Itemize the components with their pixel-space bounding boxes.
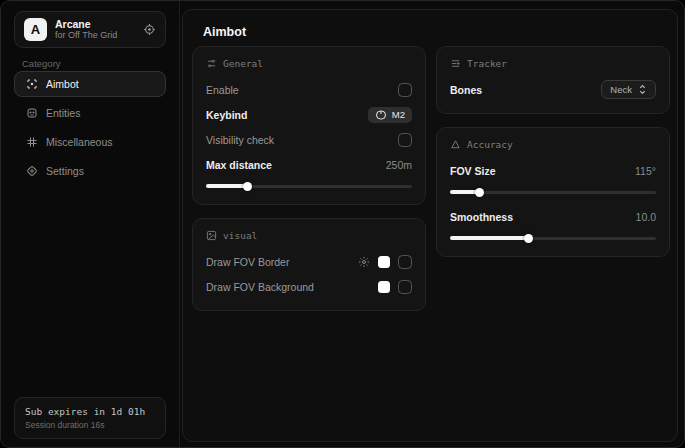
smoothness-value: 10.0 <box>636 211 656 223</box>
bones-select[interactable]: Neck <box>601 80 656 99</box>
max-distance-slider[interactable] <box>206 181 412 191</box>
entities-icon <box>25 107 38 119</box>
sidebar-item-label: Entities <box>46 107 80 119</box>
panel-tracker: Tracker Bones Neck <box>436 46 670 114</box>
fov-size-value: 115° <box>635 165 656 177</box>
panel-accuracy: Accuracy FOV Size 115° Smoothness 10.0 <box>436 127 670 257</box>
slider-thumb[interactable] <box>524 234 533 243</box>
bones-label: Bones <box>450 84 482 96</box>
fov-size-label: FOV Size <box>450 165 496 177</box>
sidebar-item-settings[interactable]: Settings <box>14 158 166 184</box>
keybind-value: M2 <box>392 109 405 120</box>
sidebar-nav: Aimbot Entities Miscella <box>14 71 166 184</box>
row-enable: Enable <box>206 79 412 100</box>
fov-border-checkbox[interactable] <box>398 255 412 269</box>
grid-icon <box>25 136 38 148</box>
row-fov-background: Draw FOV Background <box>206 276 412 297</box>
smoothness-label: Smoothness <box>450 211 513 223</box>
gear-icon[interactable] <box>358 256 370 268</box>
panel-header-label: visual <box>223 230 257 241</box>
row-keybind: Keybind M2 <box>206 104 412 125</box>
fov-border-color-swatch[interactable] <box>378 256 390 268</box>
fov-size-slider[interactable] <box>450 187 656 197</box>
fov-background-color-swatch[interactable] <box>378 281 390 293</box>
sub-expires-text: Sub expires in 1d 01h <box>25 406 155 417</box>
app-title: Arcane <box>55 18 135 30</box>
app-subtitle: for Off The Grid <box>55 30 135 40</box>
sidebar-item-label: Miscellaneous <box>46 136 113 148</box>
visibility-check-label: Visibility check <box>206 134 274 146</box>
settings-icon <box>25 165 38 177</box>
fov-border-label: Draw FOV Border <box>206 256 289 268</box>
row-bones: Bones Neck <box>450 79 656 100</box>
row-fov-border: Draw FOV Border <box>206 251 412 272</box>
target-settings-icon[interactable] <box>143 23 156 36</box>
panel-visual: visual Draw FOV Border <box>192 218 426 311</box>
sidebar-item-label: Aimbot <box>46 78 79 90</box>
app-window: A Arcane for Off The Grid Category <box>0 0 685 448</box>
row-smoothness: Smoothness 10.0 <box>450 206 656 227</box>
tracker-icon <box>450 58 461 69</box>
visual-icon <box>206 230 217 241</box>
keybind-label: Keybind <box>206 109 247 121</box>
fov-background-label: Draw FOV Background <box>206 281 314 293</box>
visibility-check-checkbox[interactable] <box>398 133 412 147</box>
general-icon <box>206 58 217 69</box>
accuracy-icon <box>450 139 461 150</box>
chevron-up-down-icon <box>638 84 647 95</box>
page-title: Aimbot <box>203 25 246 39</box>
keybind-button[interactable]: M2 <box>368 107 412 123</box>
enable-label: Enable <box>206 84 239 96</box>
panel-header-label: Tracker <box>467 58 507 69</box>
row-visibility-check: Visibility check <box>206 129 412 150</box>
column-left: General Enable Keybind M2 <box>192 46 426 311</box>
smoothness-slider[interactable] <box>450 233 656 243</box>
session-duration-text: Session duration 16s <box>25 420 155 430</box>
panel-header-label: Accuracy <box>467 139 513 150</box>
mouse-icon <box>375 110 387 120</box>
logo-card: A Arcane for Off The Grid <box>14 11 166 48</box>
panel-general: General Enable Keybind M2 <box>192 46 426 205</box>
fov-background-checkbox[interactable] <box>398 280 412 294</box>
sidebar-item-entities[interactable]: Entities <box>14 100 166 126</box>
sidebar-item-aimbot[interactable]: Aimbot <box>14 71 166 97</box>
row-fov-size: FOV Size 115° <box>450 160 656 181</box>
row-max-distance: Max distance 250m <box>206 154 412 175</box>
max-distance-value: 250m <box>386 159 412 171</box>
sidebar-item-label: Settings <box>46 165 84 177</box>
column-right: Tracker Bones Neck <box>436 46 670 257</box>
enable-checkbox[interactable] <box>398 83 412 97</box>
crosshair-icon <box>25 78 38 90</box>
max-distance-label: Max distance <box>206 159 272 171</box>
main-panel: Aimbot General Enable <box>182 9 678 442</box>
bones-value: Neck <box>610 84 632 95</box>
slider-thumb[interactable] <box>475 188 484 197</box>
sidebar-item-miscellaneous[interactable]: Miscellaneous <box>14 129 166 155</box>
subscription-card: Sub expires in 1d 01h Session duration 1… <box>14 397 166 439</box>
panel-header-label: General <box>223 58 263 69</box>
category-label: Category <box>22 58 61 69</box>
slider-thumb[interactable] <box>243 182 252 191</box>
app-logo: A <box>24 18 47 41</box>
sidebar: A Arcane for Off The Grid Category <box>1 1 180 447</box>
